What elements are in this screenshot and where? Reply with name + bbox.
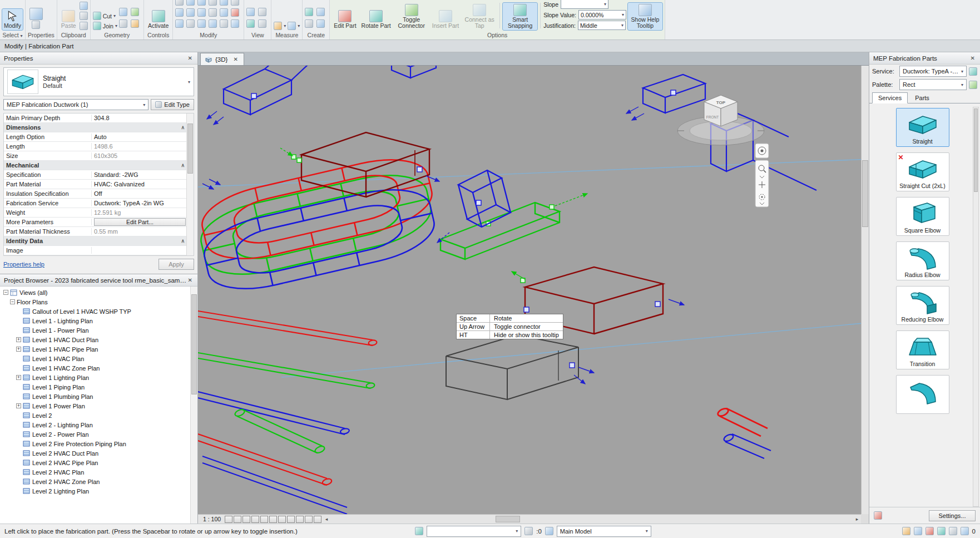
tree-item[interactable]: Level 2 - Lighting Plan xyxy=(0,420,197,430)
tree-item[interactable]: + Level 1 Lighting Plan xyxy=(0,373,197,382)
extend-icon[interactable] xyxy=(209,19,217,28)
worksets-icon[interactable] xyxy=(415,527,423,535)
displace-elements-icon[interactable] xyxy=(258,19,266,28)
unpin-icon[interactable] xyxy=(220,19,228,28)
mirror-icon[interactable] xyxy=(197,0,206,6)
navigation-bar[interactable] xyxy=(755,144,769,207)
pipes-lower-left[interactable] xyxy=(198,311,377,514)
temporary-hide-isolate-icon[interactable] xyxy=(287,516,295,523)
property-row[interactable]: Fabrication ServiceDuctwork: TypeA -2in … xyxy=(4,199,194,208)
property-row[interactable]: Main Primary Depth304.8 xyxy=(4,113,194,123)
shadows-icon[interactable] xyxy=(251,516,259,523)
tree-item[interactable]: Level 2 HVAC Duct Plan xyxy=(0,448,197,458)
horizontal-scrollbar[interactable] xyxy=(331,515,852,524)
demolish-icon[interactable] xyxy=(131,19,139,28)
tree-item[interactable]: Level 2 HVAC Plan xyxy=(0,467,197,477)
reveal-hidden-elements-icon[interactable] xyxy=(296,516,304,523)
rotate-icon[interactable] xyxy=(197,8,206,17)
reload-service-icon[interactable] xyxy=(969,67,977,76)
scroll-left-icon[interactable]: ◂ xyxy=(323,516,330,522)
rotate-alt-icon[interactable] xyxy=(186,19,195,28)
part-item-transition[interactable]: Transition xyxy=(896,330,949,369)
tree-expand-icon[interactable]: + xyxy=(16,403,21,408)
copy-to-clipboard-icon[interactable] xyxy=(80,12,88,20)
measure-button[interactable]: ▾ xyxy=(274,22,286,30)
delete-icon[interactable] xyxy=(231,8,239,17)
join-geometry-button[interactable]: Join ▾ xyxy=(93,22,117,30)
palette-combo[interactable]: Rect ▾ xyxy=(899,79,967,90)
sun-path-icon[interactable] xyxy=(242,516,250,523)
tab-parts[interactable]: Parts xyxy=(909,92,936,103)
cope-icon[interactable] xyxy=(119,8,127,16)
scale-icon[interactable] xyxy=(220,8,228,17)
rotate-part-button[interactable]: Rotate Part xyxy=(360,9,393,30)
model-canvas[interactable]: TOP FRONT xyxy=(198,66,869,524)
smart-snapping-button[interactable]: Smart Snapping xyxy=(503,3,537,30)
tree-item[interactable]: Level 2 - Power Plan xyxy=(0,430,197,439)
create-group-icon[interactable] xyxy=(305,8,313,16)
visual-style-icon[interactable] xyxy=(234,516,241,523)
linework-icon[interactable] xyxy=(246,19,255,28)
align-icon[interactable] xyxy=(175,0,184,6)
paint-icon[interactable] xyxy=(131,8,139,16)
tree-item[interactable]: − Floor Plans xyxy=(0,297,197,307)
move-icon[interactable] xyxy=(175,8,184,17)
edit-type-button[interactable]: Edit Type xyxy=(151,99,194,110)
override-graphics-icon[interactable] xyxy=(258,8,266,16)
tubes-bottom-right[interactable] xyxy=(717,407,771,458)
tree-item[interactable]: Level 2 Fire Protection Piping Plan xyxy=(0,439,197,448)
edit-part-grid-button[interactable]: Edit Part... xyxy=(94,218,186,226)
lock-3d-view-icon[interactable] xyxy=(278,516,286,523)
part-item-partial[interactable] xyxy=(896,375,949,414)
select-elements-by-face-icon[interactable] xyxy=(937,527,946,535)
create-parts-icon[interactable] xyxy=(316,19,325,28)
create-similar-icon[interactable] xyxy=(316,8,325,16)
select-links-icon[interactable] xyxy=(902,527,910,535)
detail-level-icon[interactable] xyxy=(225,516,232,523)
slope-combo[interactable]: ▾ xyxy=(561,0,608,9)
viewcube-front-label[interactable]: FRONT xyxy=(706,115,719,119)
connect-as-tap-button[interactable]: Connect as Tap xyxy=(462,3,497,30)
part-item-straight-cut[interactable]: ✕ Straight Cut (2xL) xyxy=(896,152,949,191)
apply-button[interactable]: Apply xyxy=(159,259,194,270)
parts-scrollbar[interactable] xyxy=(973,107,979,507)
tree-expand-icon[interactable]: + xyxy=(16,375,21,380)
tree-item[interactable]: + Level 1 HVAC Pipe Plan xyxy=(0,344,197,354)
type-selector-caret-icon[interactable]: ▾ xyxy=(188,80,190,85)
paste-button[interactable]: Paste xyxy=(60,9,78,30)
temporary-view-properties-icon[interactable] xyxy=(305,516,313,523)
close-icon[interactable]: ✕ xyxy=(187,55,194,61)
tree-item[interactable]: Level 1 Piping Plan xyxy=(0,382,197,392)
type-selector[interactable]: Straight Default ▾ xyxy=(3,67,194,96)
editable-only-icon[interactable] xyxy=(524,527,533,535)
design-option-combo[interactable]: Main Model▾ xyxy=(557,526,651,537)
cut-geometry-button[interactable]: Cut ▾ xyxy=(93,12,117,20)
viewcube-top-label[interactable]: TOP xyxy=(716,100,726,105)
hide-elements-icon[interactable] xyxy=(246,8,255,16)
duct-blue-top-center[interactable] xyxy=(392,66,436,78)
close-icon[interactable]: ✕ xyxy=(232,56,239,62)
parts-scroll-thumb[interactable] xyxy=(974,108,978,192)
part-item-straight[interactable]: Straight xyxy=(896,108,949,147)
tree-item[interactable]: Callout of Level 1 HVAC WSHP TYP xyxy=(0,307,197,316)
tree-item[interactable]: Level 2 HVAC Zone Plan xyxy=(0,477,197,486)
design-options-icon[interactable] xyxy=(545,527,553,535)
part-item-square-elbow[interactable]: Square Elbow xyxy=(896,197,949,236)
tree-expand-icon[interactable]: + xyxy=(16,347,21,352)
wall-joins-icon[interactable] xyxy=(119,19,127,28)
tree-collapse-icon[interactable]: − xyxy=(10,299,15,304)
pin-icon[interactable] xyxy=(231,0,239,6)
tree-item[interactable]: Level 1 - Lighting Plan xyxy=(0,316,197,325)
tree-item[interactable]: Level 1 - Power Plan xyxy=(0,325,197,335)
select-pinned-elements-icon[interactable] xyxy=(925,527,934,535)
vertical-scrollbar[interactable] xyxy=(861,66,869,514)
properties-toggle-button[interactable] xyxy=(28,7,44,30)
settings-button[interactable]: Settings... xyxy=(929,510,976,521)
horizontal-scroll-thumb[interactable] xyxy=(496,516,520,522)
slope-value-combo[interactable]: 0.0000% ▾ xyxy=(578,10,626,19)
view-scale-button[interactable]: 1 : 100 xyxy=(200,516,224,522)
tree-expand-icon[interactable]: + xyxy=(16,337,21,342)
palette-settings-icon[interactable] xyxy=(969,81,977,89)
property-row[interactable]: Length OptionAuto xyxy=(4,132,194,142)
tree-item[interactable]: + Level 1 HVAC Duct Plan xyxy=(0,335,197,344)
